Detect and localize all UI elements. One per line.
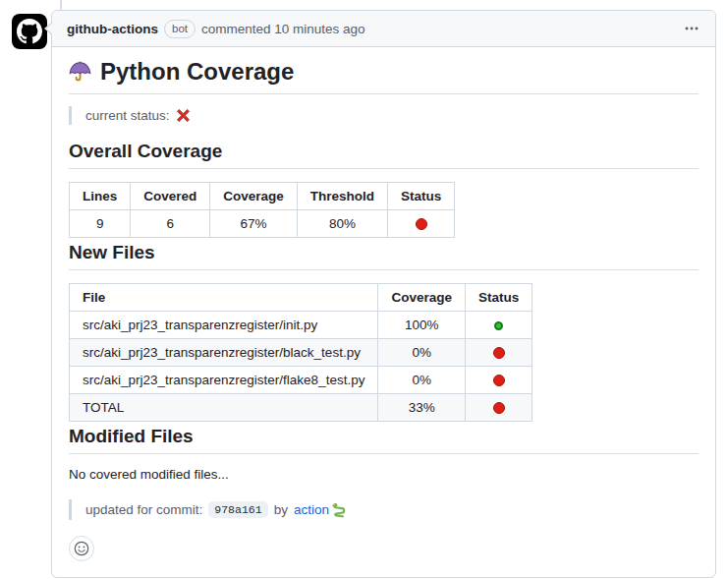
report-title-text: Python Coverage — [100, 58, 294, 86]
avatar[interactable] — [12, 14, 47, 49]
table-row: TOTAL 33% — [70, 394, 532, 422]
action-link[interactable]: action — [294, 502, 329, 517]
column-header: Status — [388, 183, 455, 210]
red-circle-icon — [493, 375, 505, 386]
open-umbrella-icon — [69, 61, 91, 84]
comment-header: github-actions bot commented 10 minutes … — [52, 11, 715, 47]
column-header: Threshold — [297, 183, 387, 210]
new-files-table: File Coverage Status src/aki_prj23_trans… — [69, 283, 532, 422]
smiley-icon — [74, 541, 89, 556]
reactions-bar — [69, 536, 699, 561]
add-reaction-button[interactable] — [69, 536, 94, 561]
file-cell: src/aki_prj23_transparenzregister/init.p… — [70, 312, 378, 339]
comment-timestamp-link[interactable]: commented 10 minutes ago — [201, 22, 365, 36]
file-cell: src/aki_prj23_transparenzregister/flake8… — [70, 367, 378, 394]
current-status-quote: current status: — [69, 106, 699, 125]
report-title: Python Coverage — [69, 58, 699, 94]
bot-badge: bot — [164, 20, 196, 38]
coverage-cell: 67% — [210, 210, 298, 238]
status-cell — [465, 367, 532, 394]
red-circle-icon — [416, 218, 427, 230]
snake-icon — [331, 502, 347, 518]
updated-for-commit-label: updated for commit: — [85, 502, 202, 517]
column-header: Coverage — [210, 183, 298, 210]
table-row: src/aki_prj23_transparenzregister/init.p… — [70, 312, 532, 339]
table-row: 9 6 67% 80% — [70, 210, 455, 238]
threshold-cell: 80% — [297, 210, 387, 238]
table-header-row: File Coverage Status — [70, 284, 532, 312]
overall-coverage-table: Lines Covered Coverage Threshold Status … — [69, 182, 455, 238]
coverage-cell: 0% — [378, 367, 466, 394]
current-status-label: current status: — [85, 108, 170, 123]
coverage-cell: 100% — [378, 312, 466, 339]
coverage-cell: 0% — [378, 339, 466, 367]
coverage-cell: 33% — [378, 394, 466, 422]
status-cell — [465, 394, 532, 422]
new-files-heading: New Files — [69, 242, 699, 270]
overall-coverage-heading: Overall Coverage — [69, 141, 699, 169]
covered-cell: 6 — [131, 210, 210, 238]
comment-author-link[interactable]: github-actions — [67, 22, 158, 36]
red-circle-icon — [493, 402, 505, 414]
status-cell — [388, 210, 455, 238]
modified-files-heading: Modified Files — [69, 426, 699, 454]
kebab-horizontal-icon — [684, 21, 700, 36]
table-row: src/aki_prj23_transparenzregister/flake8… — [70, 367, 532, 394]
file-cell: src/aki_prj23_transparenzregister/black_… — [70, 339, 378, 367]
lines-cell: 9 — [70, 210, 131, 238]
updated-commit-quote: updated for commit: 978a161 by action — [69, 499, 699, 520]
comment-options-button[interactable] — [680, 17, 703, 40]
column-header: Status — [465, 284, 532, 312]
comment-body: Python Coverage current status: Overall … — [52, 47, 715, 577]
cross-mark-icon — [176, 108, 191, 123]
column-header: Coverage — [378, 284, 466, 312]
red-circle-icon — [493, 347, 505, 359]
table-row: src/aki_prj23_transparenzregister/black_… — [70, 339, 532, 367]
column-header: File — [70, 284, 378, 312]
comment-caret-inner — [46, 22, 54, 35]
file-cell: TOTAL — [70, 394, 378, 422]
no-modified-files-message: No covered modified files... — [69, 467, 699, 482]
table-header-row: Lines Covered Coverage Threshold Status — [70, 183, 455, 210]
commit-hash: 978a161 — [208, 501, 267, 518]
github-octocat-icon — [17, 19, 42, 44]
green-circle-icon — [494, 321, 503, 330]
column-header: Covered — [131, 183, 210, 210]
comment-card: github-actions bot commented 10 minutes … — [51, 10, 716, 578]
status-cell — [465, 312, 532, 339]
status-cell — [465, 339, 532, 367]
column-header: Lines — [70, 183, 131, 210]
by-label: by — [274, 502, 288, 517]
